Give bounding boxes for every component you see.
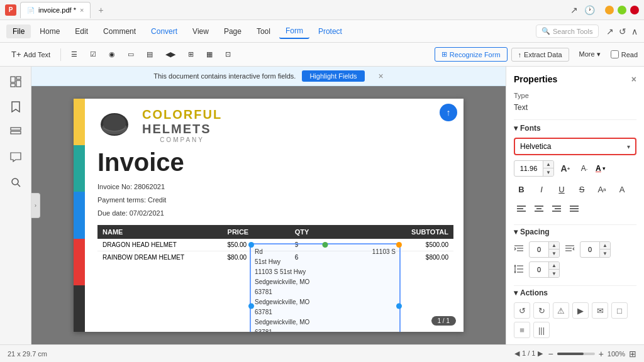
menu-home[interactable]: Home [33,25,66,38]
tool-btn-6[interactable]: ◀▶ [160,48,180,61]
menu-comment[interactable]: Comment [97,25,142,38]
action-bars-button[interactable]: ||| [533,322,550,338]
tool-btn-2[interactable]: ☑ [85,48,101,61]
refresh-icon[interactable]: ↺ [619,26,626,36]
panel-close-icon[interactable]: × [631,74,636,84]
menu-convert[interactable]: Convert [145,25,184,38]
font-size-up-button[interactable]: ▲ [543,161,553,168]
page-prev-button[interactable]: ◀ [514,349,519,358]
menu-protect[interactable]: Protect [312,25,348,38]
tool-btn-7[interactable]: ⊞ [183,48,199,61]
zoom-slider[interactable] [557,353,595,355]
align-right-button[interactable] [549,202,564,217]
notification-close-button[interactable]: × [379,71,384,81]
action-undo-button[interactable]: ↺ [514,302,530,319]
tab-close-button[interactable]: × [80,6,84,14]
tool-btn-5[interactable]: ▤ [142,48,158,61]
italic-button[interactable]: I [534,182,549,197]
maximize-button[interactable] [618,6,626,14]
action-play-button[interactable]: ▶ [572,302,589,319]
fit-page-icon[interactable]: ⊞ [629,349,636,359]
handle-top-left[interactable] [248,242,254,248]
tool-btn-1[interactable]: ☰ [66,48,82,61]
handle-top-center[interactable] [323,242,328,248]
read-input[interactable] [611,50,619,58]
sidebar-layers-icon[interactable] [6,122,26,142]
handle-middle-right[interactable] [396,304,402,309]
action-box-button[interactable]: □ [611,302,628,319]
active-tab[interactable]: 📄 invoice.pdf * × [20,2,91,18]
line-spacing-down[interactable]: ▼ [549,270,559,277]
font-dropdown[interactable]: Helvetica ▾ [514,138,636,155]
form-field-overlay[interactable]: Rd 11103 S 51st Hwy 11103 S 51st Hwy Sed… [250,243,401,332]
menu-tool[interactable]: Tool [250,25,277,38]
indent-left-input[interactable] [530,244,548,255]
spacing-header[interactable]: ▾ Spacing [514,228,636,236]
font-size-input[interactable] [514,163,543,174]
menu-form[interactable]: Form [279,24,309,39]
strikethrough-button[interactable]: S [574,182,589,197]
indent-left-down[interactable]: ▼ [549,250,559,257]
indent-right-down[interactable]: ▼ [600,250,610,257]
indent-right-up[interactable]: ▲ [600,242,610,250]
share-icon[interactable]: ↗ [570,5,578,15]
minimize-button[interactable] [605,6,614,14]
handle-middle-left[interactable] [248,304,254,309]
font-color-button[interactable]: A ▾ [596,164,606,173]
action-redo-button[interactable]: ↻ [533,302,550,319]
sidebar-comment-icon[interactable] [6,147,26,167]
indent-right-stepper[interactable]: ▲ ▼ [580,241,611,258]
font-size-down-button[interactable]: ▼ [543,168,553,176]
handle-top-right[interactable] [396,242,402,248]
fonts-header[interactable]: ▾ Fonts [514,124,636,133]
sidebar-bookmark-icon[interactable] [6,97,26,117]
indent-left-stepper[interactable]: ▲ ▼ [529,241,560,258]
upload-icon[interactable]: ↑ [440,104,457,121]
nav-up-icon[interactable]: ∧ [631,26,638,36]
line-spacing-input[interactable] [530,264,548,275]
action-warn-button[interactable]: ⚠ [553,302,569,319]
sidebar-collapse-button[interactable]: › [31,193,40,218]
close-button[interactable] [630,6,639,14]
subscript-button[interactable]: A [614,182,630,197]
more-button[interactable]: More ▾ [573,48,607,61]
add-text-button[interactable]: T+ Add Text [6,47,55,62]
tool-btn-8[interactable]: ▦ [201,48,218,61]
line-spacing-stepper[interactable]: ▲ ▼ [529,261,560,278]
tool-btn-9[interactable]: ⊡ [220,48,236,61]
tool-btn-3[interactable]: ◉ [104,48,120,61]
indent-right-input[interactable] [580,244,599,255]
actions-header[interactable]: ▾ Actions [514,288,636,297]
sidebar-thumbnail-icon[interactable] [6,72,26,92]
zoom-in-button[interactable]: + [599,349,604,359]
bold-button[interactable]: B [514,182,529,197]
history-icon[interactable]: 🕐 [584,5,595,15]
font-grow-button[interactable]: A+ [558,161,573,176]
sidebar-search-icon[interactable] [6,172,26,192]
font-size-stepper[interactable]: ▲ ▼ [514,160,554,177]
file-menu[interactable]: File [6,25,31,38]
align-center-button[interactable] [531,202,547,217]
zoom-out-button[interactable]: − [548,349,553,359]
extract-data-button[interactable]: ↑ Extract Data [511,48,569,62]
new-tab-button[interactable]: + [93,3,108,18]
read-checkbox[interactable]: Read [611,50,638,58]
page-next-button[interactable]: ▶ [538,349,543,358]
superscript-button[interactable]: Aa [594,182,609,197]
align-justify-button[interactable] [567,202,582,217]
search-tools-input[interactable]: 🔍 Search Tools [536,25,599,38]
font-shrink-button[interactable]: A- [577,161,592,176]
align-left-button[interactable] [514,202,529,217]
tool-btn-4[interactable]: ▭ [123,48,139,61]
line-spacing-up[interactable]: ▲ [549,262,559,270]
external-link-icon[interactable]: ↗ [606,26,614,36]
menu-edit[interactable]: Edit [69,25,94,38]
menu-page[interactable]: Page [218,25,248,38]
recognize-form-button[interactable]: ⊞ Recognize Form [435,47,508,62]
indent-left-up[interactable]: ▲ [549,242,559,250]
action-list-button[interactable]: ≡ [514,322,530,338]
menu-view[interactable]: View [186,25,215,38]
action-mail-button[interactable]: ✉ [592,302,608,319]
highlight-fields-button[interactable]: Highlight Fields [302,70,364,82]
underline-button[interactable]: U [554,182,569,197]
